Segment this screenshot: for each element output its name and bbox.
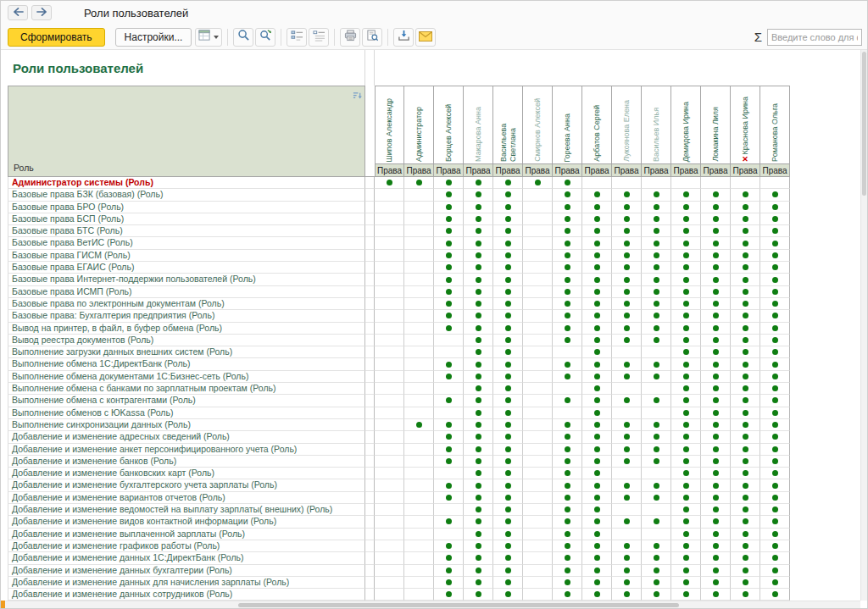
- permission-cell[interactable]: [553, 479, 582, 491]
- permission-cell[interactable]: [671, 310, 701, 322]
- permission-cell[interactable]: [731, 371, 760, 383]
- permission-cell[interactable]: [375, 529, 404, 540]
- permission-cell[interactable]: [760, 213, 790, 225]
- permission-cell[interactable]: [731, 529, 760, 540]
- permission-cell[interactable]: [760, 177, 790, 189]
- permission-cell[interactable]: [553, 504, 582, 516]
- permission-cell[interactable]: [731, 323, 760, 335]
- permission-cell[interactable]: [523, 202, 553, 213]
- permission-cell[interactable]: [464, 383, 493, 395]
- permission-cell[interactable]: [642, 225, 671, 237]
- rights-header-cell[interactable]: Права: [612, 163, 642, 177]
- horizontal-scrollbar-thumb[interactable]: [238, 603, 679, 607]
- permission-cell[interactable]: [553, 250, 582, 262]
- role-cell[interactable]: Базовые права ВетИС (Роль): [8, 237, 365, 249]
- permission-cell[interactable]: [642, 323, 671, 335]
- permission-cell[interactable]: [375, 177, 404, 189]
- permission-cell[interactable]: [553, 431, 582, 443]
- permission-cell[interactable]: [375, 552, 404, 564]
- permission-cell[interactable]: [404, 237, 434, 249]
- permission-cell[interactable]: [760, 202, 790, 213]
- permission-cell[interactable]: [493, 177, 523, 189]
- permission-cell[interactable]: [582, 358, 612, 370]
- permission-cell[interactable]: [582, 213, 612, 225]
- permission-cell[interactable]: [404, 504, 434, 516]
- permission-cell[interactable]: [671, 589, 701, 601]
- permission-cell[interactable]: [760, 262, 790, 274]
- permission-cell[interactable]: [553, 516, 582, 528]
- permission-cell[interactable]: [671, 516, 701, 528]
- permission-cell[interactable]: [760, 274, 790, 285]
- permission-cell[interactable]: [612, 189, 642, 201]
- permission-cell[interactable]: [582, 274, 612, 285]
- save-button[interactable]: [393, 28, 414, 47]
- permission-cell[interactable]: [493, 431, 523, 443]
- permission-cell[interactable]: [523, 323, 553, 335]
- permission-cell[interactable]: [553, 529, 582, 540]
- permission-cell[interactable]: [671, 298, 701, 310]
- sum-icon[interactable]: Σ: [754, 30, 762, 44]
- permission-cell[interactable]: [553, 407, 582, 419]
- permission-cell[interactable]: [434, 589, 464, 601]
- permission-cell[interactable]: [404, 577, 434, 589]
- permission-cell[interactable]: [523, 529, 553, 540]
- permission-cell[interactable]: [760, 383, 790, 395]
- permission-cell[interactable]: [523, 274, 553, 285]
- permission-cell[interactable]: [523, 250, 553, 262]
- permission-cell[interactable]: [612, 468, 642, 479]
- permission-cell[interactable]: [701, 492, 731, 504]
- permission-cell[interactable]: [642, 479, 671, 491]
- find-next-button[interactable]: [255, 28, 275, 47]
- permission-cell[interactable]: [760, 577, 790, 589]
- permission-cell[interactable]: [375, 250, 404, 262]
- permission-cell[interactable]: [701, 286, 731, 298]
- permission-cell[interactable]: [553, 189, 582, 201]
- permission-cell[interactable]: [582, 565, 612, 577]
- permission-cell[interactable]: [701, 565, 731, 577]
- permission-cell[interactable]: [642, 395, 671, 407]
- permission-cell[interactable]: [642, 383, 671, 395]
- rights-header-cell[interactable]: Права: [404, 163, 434, 177]
- permission-cell[interactable]: [404, 358, 434, 370]
- permission-cell[interactable]: [642, 529, 671, 540]
- permission-cell[interactable]: [582, 444, 612, 456]
- permission-cell[interactable]: [553, 565, 582, 577]
- permission-cell[interactable]: [553, 310, 582, 322]
- permission-cell[interactable]: [731, 237, 760, 249]
- permission-cell[interactable]: [582, 202, 612, 213]
- role-cell[interactable]: Добавление и изменение графиков работы (…: [8, 540, 365, 552]
- permission-cell[interactable]: [464, 298, 493, 310]
- permission-cell[interactable]: [523, 262, 553, 274]
- permission-cell[interactable]: [434, 516, 464, 528]
- permission-cell[interactable]: [464, 552, 493, 564]
- permission-cell[interactable]: [582, 407, 612, 419]
- permission-cell[interactable]: [582, 323, 612, 335]
- role-cell[interactable]: Выполнение синхронизации данных (Роль): [8, 419, 365, 431]
- permission-cell[interactable]: [612, 346, 642, 358]
- permission-cell[interactable]: [671, 177, 701, 189]
- permission-cell[interactable]: [582, 310, 612, 322]
- permission-cell[interactable]: [582, 237, 612, 249]
- permission-cell[interactable]: [582, 516, 612, 528]
- permission-cell[interactable]: [731, 274, 760, 285]
- permission-cell[interactable]: [434, 456, 464, 468]
- permission-cell[interactable]: [701, 274, 731, 285]
- permission-cell[interactable]: [523, 371, 553, 383]
- permission-cell[interactable]: [731, 202, 760, 213]
- back-button[interactable]: [8, 5, 28, 20]
- permission-cell[interactable]: [701, 358, 731, 370]
- permission-cell[interactable]: [493, 456, 523, 468]
- permission-cell[interactable]: [582, 419, 612, 431]
- permission-cell[interactable]: [760, 468, 790, 479]
- permission-cell[interactable]: [553, 177, 582, 189]
- permission-cell[interactable]: [434, 492, 464, 504]
- permission-cell[interactable]: [582, 225, 612, 237]
- vertical-scrollbar-thumb[interactable]: [862, 52, 866, 196]
- permission-cell[interactable]: [731, 577, 760, 589]
- permission-cell[interactable]: [375, 431, 404, 443]
- permission-cell[interactable]: [582, 529, 612, 540]
- permission-cell[interactable]: [612, 371, 642, 383]
- permission-cell[interactable]: [434, 237, 464, 249]
- permission-cell[interactable]: [464, 189, 493, 201]
- permission-cell[interactable]: [464, 395, 493, 407]
